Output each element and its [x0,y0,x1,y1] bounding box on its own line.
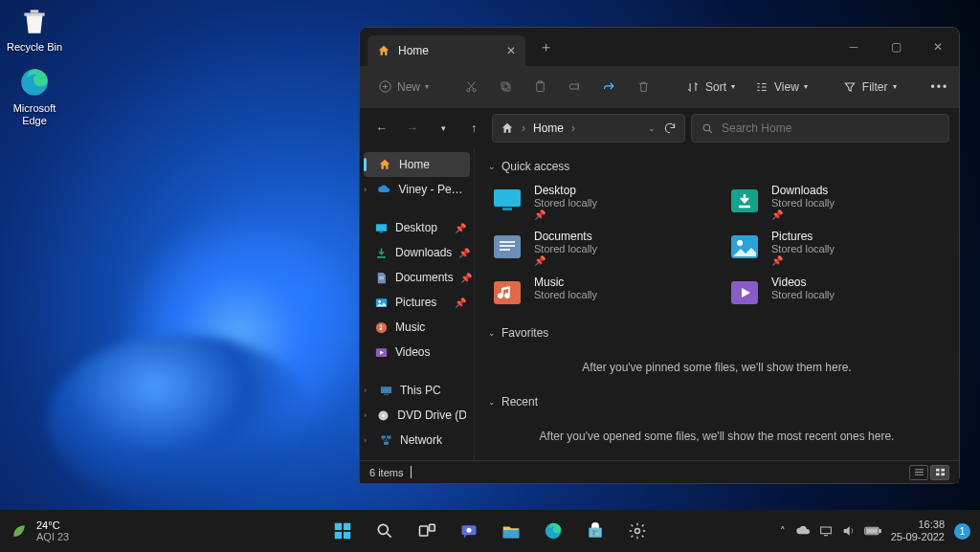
svg-rect-35 [936,469,940,472]
recycle-bin-icon [17,4,52,38]
history-button[interactable]: ▾ [431,115,456,142]
paste-button[interactable] [524,74,555,100]
sidebar-item-home[interactable]: Home [364,152,470,177]
svg-rect-28 [500,241,515,243]
explorer-button[interactable] [493,513,529,549]
svg-rect-11 [375,224,386,232]
svg-rect-45 [430,524,435,531]
share-button[interactable] [593,74,624,100]
quick-access-desktop[interactable]: DesktopStored locally📌 [488,181,708,223]
chat-button[interactable] [451,513,487,549]
chevron-right-icon: › [364,185,369,194]
maximize-button[interactable]: ▢ [875,28,917,66]
sidebar-item-downloads[interactable]: Downloads 📌 [360,240,474,265]
folder-icon [727,276,762,310]
desktop-icon-edge[interactable]: Microsoft Edge [1,65,68,127]
settings-button[interactable] [619,513,656,549]
battery-tray-icon[interactable] [864,525,881,537]
sidebar-item-onedrive[interactable]: › Viney - Personal [360,177,474,202]
back-button[interactable]: ← [369,115,394,142]
close-window-button[interactable]: ✕ [917,28,959,66]
sort-button[interactable]: Sort ▾ [678,74,743,100]
sidebar-item-music[interactable]: Music [360,315,474,340]
chevron-right-icon: › [364,410,368,420]
up-button[interactable]: ↑ [461,115,486,142]
volume-tray-icon[interactable] [841,523,857,539]
quick-access-downloads[interactable]: DownloadsStored locally📌 [725,181,946,223]
sidebar-item-label: DVD Drive (D:) CCC [397,408,466,422]
quick-access-videos[interactable]: VideosStored locally [725,273,946,313]
refresh-button[interactable] [663,121,677,135]
network-tray-icon[interactable] [818,523,834,539]
section-favorites[interactable]: ⌄ Favorites [488,326,946,340]
svg-rect-57 [866,529,877,534]
delete-button[interactable] [628,74,658,100]
section-quick-access[interactable]: ⌄ Quick access [488,160,946,173]
item-title: Videos [771,276,835,289]
svg-rect-12 [379,232,383,232]
sidebar-item-dvd[interactable]: › DVD Drive (D:) CCC [360,403,474,428]
chevron-up-icon[interactable]: ˄ [780,525,786,538]
search-box[interactable] [691,114,949,143]
item-title: Pictures [771,230,835,243]
svg-rect-7 [536,82,544,91]
item-title: Desktop [534,184,597,197]
tab-home[interactable]: Home ✕ [368,35,525,66]
svg-rect-50 [595,530,597,532]
forward-button[interactable]: → [400,115,425,142]
view-button[interactable]: View ▾ [746,74,815,100]
minimize-button[interactable]: ─ [833,28,875,66]
clock[interactable]: 16:38 25-09-2022 [891,519,945,542]
new-tab-button[interactable]: ＋ [539,38,553,56]
favorites-empty-text: After you've pinned some files, we'll sh… [488,347,946,391]
titlebar: Home ✕ ＋ ─ ▢ ✕ [360,28,959,66]
view-label: View [774,80,799,94]
cut-button[interactable] [456,74,486,100]
breadcrumb-item[interactable]: Home [533,121,564,135]
sidebar-item-pictures[interactable]: Pictures 📌 [360,290,474,315]
notifications-button[interactable]: 1 [954,523,970,540]
sidebar-item-desktop[interactable]: Desktop 📌 [360,215,474,240]
taskbar-center [324,513,656,549]
address-bar[interactable]: › Home › ⌄ [492,114,685,143]
sidebar-item-thispc[interactable]: › This PC [360,378,474,403]
filter-button[interactable]: Filter ▾ [835,74,904,100]
view-details-button[interactable] [909,465,928,480]
edge-button[interactable] [535,513,571,549]
quick-access-documents[interactable]: DocumentsStored locally📌 [488,227,708,269]
home-icon [501,121,514,135]
svg-rect-54 [820,527,831,534]
more-button[interactable]: ••• [924,75,957,99]
quick-access-music[interactable]: MusicStored locally [488,273,708,313]
rename-button[interactable] [559,74,590,100]
folder-icon [490,184,524,218]
taskbar-weather[interactable]: 24°C AQI 23 [10,519,69,542]
svg-rect-41 [335,532,342,539]
disc-icon [375,408,390,423]
sidebar-item-network[interactable]: › Network [360,428,474,453]
filter-icon [842,79,858,95]
search-input[interactable] [722,121,939,135]
desktop-icon-recycle-bin[interactable]: Recycle Bin [1,4,68,54]
section-recent[interactable]: ⌄ Recent [488,395,946,408]
sidebar-item-label: Network [400,433,442,447]
close-tab-icon[interactable]: ✕ [506,44,516,57]
svg-rect-5 [503,84,510,91]
store-button[interactable] [577,513,613,549]
item-subtitle: Stored locally [771,289,835,300]
sidebar-item-documents[interactable]: Documents 📌 [360,265,474,290]
quick-access-pictures[interactable]: PicturesStored locally📌 [725,227,946,269]
onedrive-tray-icon[interactable] [795,523,811,539]
search-icon [702,122,714,135]
sidebar-item-videos[interactable]: Videos [360,340,474,364]
svg-rect-37 [936,473,940,475]
task-view-button[interactable] [409,513,445,549]
search-button[interactable] [367,513,403,549]
copy-button[interactable] [490,74,521,100]
new-button[interactable]: New ▾ [369,74,436,100]
svg-rect-38 [941,473,945,475]
start-button[interactable] [324,513,361,549]
sort-label: Sort [705,80,726,94]
chevron-down-icon[interactable]: ⌄ [648,123,656,133]
view-thumbnails-button[interactable] [930,465,949,480]
